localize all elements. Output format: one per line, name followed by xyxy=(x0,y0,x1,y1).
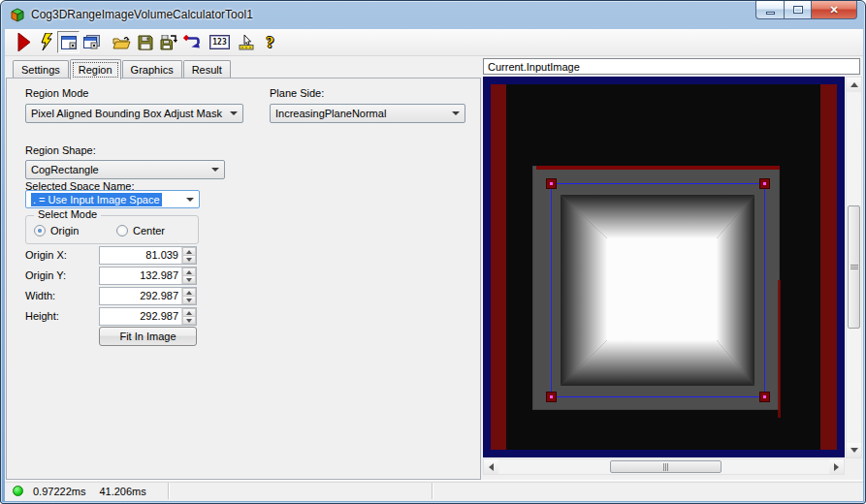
title-bar[interactable]: Cog3DRangeImageVolumeCalculatorTool1 ✕ xyxy=(1,1,865,28)
numeric-display-icon: 123 xyxy=(209,35,230,49)
region-mode-label: Region Mode xyxy=(25,87,88,99)
spin-down-button[interactable] xyxy=(182,256,196,264)
image-source-select[interactable]: Current.InputImage xyxy=(483,58,860,75)
status-separator xyxy=(432,483,433,499)
spin-up-button[interactable] xyxy=(182,308,196,317)
scroll-up-button[interactable] xyxy=(847,78,861,92)
help-button[interactable]: ? xyxy=(259,31,281,53)
position-tool-button[interactable] xyxy=(235,31,257,53)
image-pane-icon xyxy=(61,36,77,49)
pointer-ruler-icon xyxy=(238,35,255,50)
open-file-button[interactable] xyxy=(111,31,133,53)
tab-result[interactable]: Result xyxy=(183,60,231,79)
tab-graphics[interactable]: Graphics xyxy=(122,60,182,79)
region-overlay-rect[interactable] xyxy=(551,183,765,397)
region-handle-top-left[interactable] xyxy=(546,178,557,189)
tool-window: Cog3DRangeImageVolumeCalculatorTool1 ✕ xyxy=(0,0,866,504)
region-shape-select[interactable]: CogRectangle xyxy=(25,160,225,179)
spin-up-button[interactable] xyxy=(182,247,196,256)
focus-rect xyxy=(73,62,118,78)
reset-icon xyxy=(183,35,202,50)
close-icon: ✕ xyxy=(829,5,838,16)
center-radio[interactable]: Center xyxy=(116,225,165,236)
scroll-right-button[interactable] xyxy=(829,459,844,474)
numeric-precision-button[interactable]: 123 xyxy=(208,31,231,53)
height-label: Height: xyxy=(25,310,59,322)
close-button[interactable]: ✕ xyxy=(812,1,857,19)
spin-down-button[interactable] xyxy=(182,317,196,325)
electric-run-button[interactable] xyxy=(36,31,58,53)
float-image-pane-button[interactable] xyxy=(80,31,103,53)
minimize-button[interactable] xyxy=(755,1,784,19)
chevron-down-icon xyxy=(186,198,194,202)
vertical-scroll-thumb[interactable] xyxy=(848,205,860,329)
client-area: 123 ? Settings Region Graphics Result Re… xyxy=(5,29,863,501)
minimize-icon xyxy=(766,12,775,15)
object-red-edge-top xyxy=(536,166,780,170)
float-pane-icon xyxy=(83,35,100,49)
origin-radio[interactable]: Origin xyxy=(34,225,79,236)
maximize-icon xyxy=(793,6,803,14)
tab-strip: Settings Region Graphics Result xyxy=(13,58,232,79)
scroll-left-button[interactable] xyxy=(484,459,498,474)
cube-tool-icon xyxy=(10,7,25,22)
tab-settings[interactable]: Settings xyxy=(13,60,69,79)
region-mode-select[interactable]: Pixel Aligned Bounding Box Adjust Mask xyxy=(25,104,243,123)
lightning-icon xyxy=(40,33,54,51)
radio-icon xyxy=(34,225,46,236)
status-indicator xyxy=(13,486,23,496)
scroll-down-button[interactable] xyxy=(847,443,861,457)
total-time: 41.206ms xyxy=(99,486,145,497)
plane-side-select[interactable]: IncreasingPlaneNormal xyxy=(270,104,465,123)
origin-x-stepper[interactable]: 81.039 xyxy=(99,246,197,265)
reset-button[interactable] xyxy=(181,31,204,53)
status-separator xyxy=(168,483,170,499)
help-icon: ? xyxy=(267,34,274,51)
image-red-band-right xyxy=(820,84,837,450)
chevron-down-icon xyxy=(230,111,238,115)
maximize-button[interactable] xyxy=(784,1,812,19)
spin-up-button[interactable] xyxy=(182,268,196,276)
plane-side-label: Plane Side: xyxy=(270,87,324,99)
region-handle-bottom-right[interactable] xyxy=(759,392,770,402)
object-red-edge-right xyxy=(778,280,781,418)
origin-x-label: Origin X: xyxy=(25,249,67,261)
image-red-band-left xyxy=(491,84,506,450)
origin-y-stepper[interactable]: 132.987 xyxy=(99,267,197,285)
open-folder-icon xyxy=(112,35,131,50)
region-handle-bottom-left[interactable] xyxy=(546,392,557,402)
vertical-scrollbar[interactable] xyxy=(846,77,862,458)
spin-down-button[interactable] xyxy=(182,297,196,304)
save-image-button[interactable] xyxy=(157,31,179,53)
show-image-pane-button[interactable] xyxy=(57,31,80,53)
save-file-button[interactable] xyxy=(134,31,156,53)
tab-region[interactable]: Region xyxy=(70,59,121,79)
fit-in-image-button[interactable]: Fit In Image xyxy=(99,327,197,346)
save-icon xyxy=(138,35,153,50)
selected-space-select[interactable]: . = Use Input Image Space xyxy=(25,190,200,208)
spin-up-button[interactable] xyxy=(182,288,196,297)
horizontal-scrollbar[interactable] xyxy=(483,458,845,475)
width-label: Width: xyxy=(25,290,55,301)
height-stepper[interactable]: 292.987 xyxy=(99,307,197,326)
horizontal-scroll-thumb[interactable] xyxy=(610,460,722,473)
toolbar: 123 ? xyxy=(5,29,863,56)
spin-down-button[interactable] xyxy=(182,276,196,284)
status-bar: 0.97222ms 41.206ms xyxy=(5,482,863,499)
select-mode-label: Select Mode xyxy=(34,208,101,220)
region-handle-top-right[interactable] xyxy=(759,178,770,189)
range-image-display[interactable] xyxy=(483,77,845,457)
statusbar-seam xyxy=(5,480,863,481)
run-button[interactable] xyxy=(13,31,35,53)
window-title: Cog3DRangeImageVolumeCalculatorTool1 xyxy=(31,8,253,21)
execution-time: 0.97222ms xyxy=(33,486,85,497)
select-mode-group: Select Mode Origin Center xyxy=(25,215,199,244)
region-shape-label: Region Shape: xyxy=(25,144,96,156)
chevron-down-icon xyxy=(452,111,460,115)
save-image-icon xyxy=(160,35,177,50)
width-stepper[interactable]: 292.987 xyxy=(99,287,197,305)
origin-y-label: Origin Y: xyxy=(25,269,66,281)
radio-icon xyxy=(116,225,128,236)
chevron-down-icon xyxy=(211,168,219,172)
region-tab-page: Region Mode Pixel Aligned Bounding Box A… xyxy=(6,78,481,480)
